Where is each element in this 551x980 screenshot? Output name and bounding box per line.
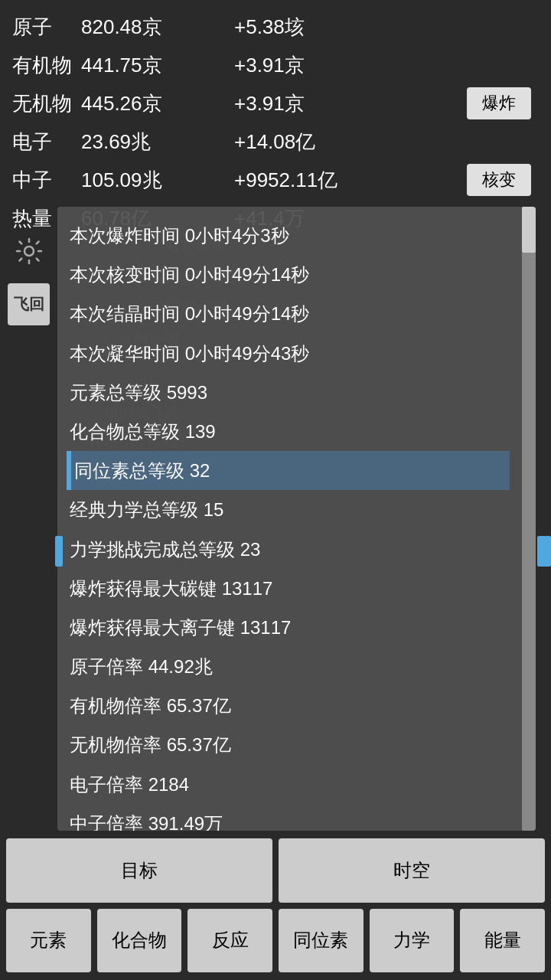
overlay-panel[interactable]: 本次爆炸时间 0小时4分3秒本次核变时间 0小时49分14秒本次结晶时间 0小时…	[57, 207, 536, 831]
overlay-stat-item: 中子倍率 391.49万	[70, 804, 510, 831]
left-highlight-bar	[55, 536, 63, 567]
overlay-stat-item: 本次结晶时间 0小时49分14秒	[70, 294, 510, 333]
overlay-stat-item: 元素总等级 5993	[70, 373, 510, 412]
nav-target-button[interactable]: 目标	[6, 838, 272, 903]
stat-row-atom: 原子 820.48京 +5.38垓	[12, 8, 539, 46]
scrollbar-track[interactable]	[522, 207, 536, 831]
overlay-content[interactable]: 本次爆炸时间 0小时4分3秒本次核变时间 0小时49分14秒本次结晶时间 0小时…	[57, 207, 522, 831]
overlay-stat-item: 化合物总等级 139	[70, 412, 510, 451]
overlay-stat-item: 本次凝华时间 0小时49分43秒	[70, 334, 510, 373]
stat-row-organic: 有机物 441.75京 +3.91京	[12, 46, 539, 84]
right-highlight-bar	[537, 536, 551, 567]
stat-value-organic: 441.75京	[81, 52, 234, 79]
scrollbar-thumb[interactable]	[522, 207, 536, 253]
bottom-nav: 目标 时空 元素 化合物 反应 同位素 力学 能量	[0, 831, 551, 980]
overlay-stat-item: 同位素总等级 32	[67, 451, 510, 490]
overlay-stat-item: 本次核变时间 0小时49分14秒	[70, 255, 510, 294]
overlay-stat-item: 爆炸获得最大离子键 13117	[70, 608, 510, 647]
overlay-stat-item: 无机物倍率 65.37亿	[70, 725, 510, 764]
stat-value-neutron: 105.09兆	[81, 167, 234, 194]
stat-name-inorganic: 无机物	[12, 90, 81, 117]
overlay-stat-item: 经典力学总等级 15	[70, 490, 510, 529]
stat-name-neutron: 中子	[12, 167, 81, 194]
stat-value-inorganic: 445.26京	[81, 90, 234, 117]
stat-name-electron: 电子	[12, 129, 81, 155]
overlay-stat-item: 原子倍率 44.92兆	[70, 647, 510, 686]
stat-row-neutron: 中子 105.09兆 +9952.11亿 核变	[12, 161, 539, 199]
gear-icon[interactable]	[8, 230, 50, 272]
nav-row-1: 目标 时空	[6, 838, 545, 903]
nav-spacetime-button[interactable]: 时空	[279, 838, 545, 903]
svg-point-0	[24, 247, 34, 256]
nav-reaction-button[interactable]: 反应	[187, 909, 272, 973]
stat-row-inorganic: 无机物 445.26京 +3.91京 爆炸	[12, 84, 539, 122]
nav-mechanics-button[interactable]: 力学	[370, 909, 455, 973]
stat-delta-electron: +14.08亿	[234, 129, 315, 155]
nav-compound-button[interactable]: 化合物	[97, 909, 182, 973]
fly-back-button[interactable]: 飞回	[8, 283, 50, 325]
nav-element-button[interactable]: 元素	[6, 909, 91, 973]
stat-name-organic: 有机物	[12, 52, 81, 79]
stat-delta-inorganic: +3.91京	[234, 90, 305, 117]
stat-delta-atom: +5.38垓	[234, 14, 305, 41]
nuclear-button[interactable]: 核变	[467, 164, 531, 196]
explode-button[interactable]: 爆炸	[467, 87, 531, 119]
stat-value-atom: 820.48京	[81, 14, 234, 41]
overlay-stat-item: 爆炸获得最大碳键 13117	[70, 569, 510, 608]
nav-isotope-button[interactable]: 同位素	[279, 909, 364, 973]
stat-delta-neutron: +9952.11亿	[234, 167, 337, 194]
stat-value-electron: 23.69兆	[81, 129, 234, 155]
overlay-stat-item: 本次爆炸时间 0小时4分3秒	[70, 216, 510, 255]
overlay-stat-item: 电子倍率 2184	[70, 765, 510, 804]
overlay-stat-item: 力学挑战完成总等级 23	[70, 530, 510, 569]
stat-name-atom: 原子	[12, 14, 81, 41]
overlay-stat-item: 有机物倍率 65.37亿	[70, 686, 510, 725]
stat-delta-organic: +3.91京	[234, 52, 305, 79]
nav-row-2: 元素 化合物 反应 同位素 力学 能量	[6, 909, 545, 973]
stat-row-electron: 电子 23.69兆 +14.08亿	[12, 122, 539, 161]
nav-energy-button[interactable]: 能量	[460, 909, 545, 973]
